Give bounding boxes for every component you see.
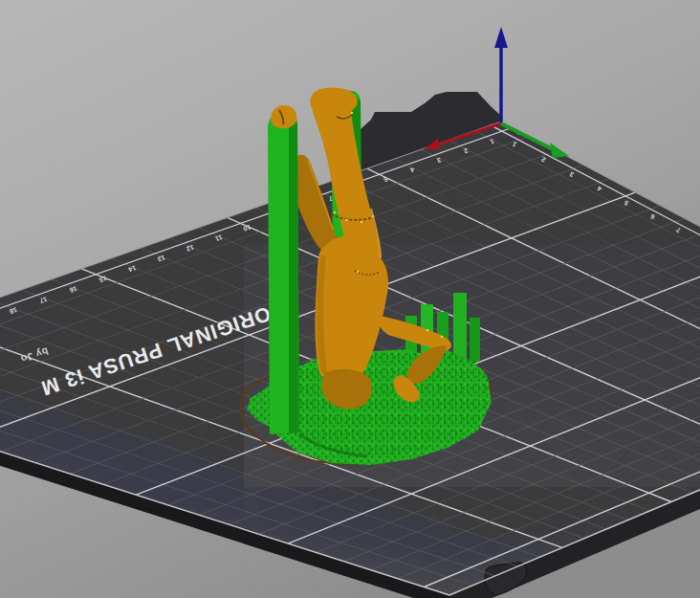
viewport-3d-canvas[interactable]: 012345678910111213141516171812345678 ORI… (0, 0, 700, 598)
slicer-3d-viewport[interactable]: 012345678910111213141516171812345678 ORI… (0, 0, 700, 598)
support-pillar-left[interactable] (268, 105, 299, 434)
